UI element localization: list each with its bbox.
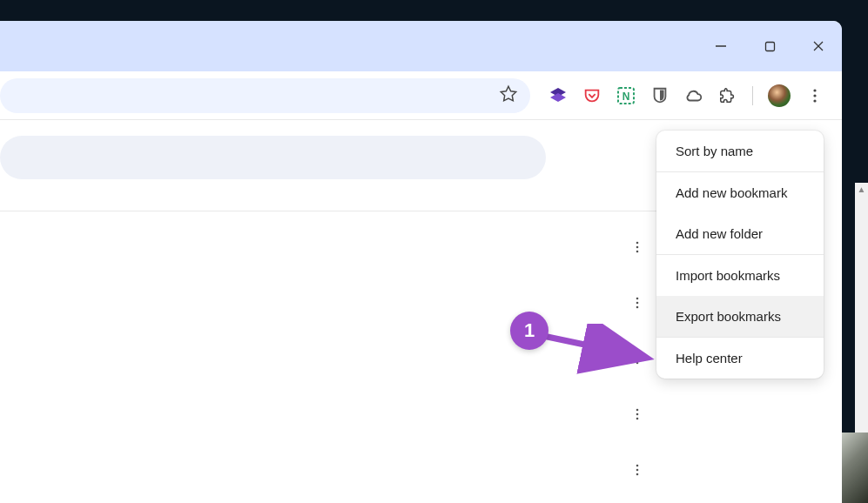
extension-pocket-button[interactable] — [582, 86, 602, 105]
more-vertical-icon — [630, 296, 644, 310]
extensions-puzzle-icon — [718, 86, 737, 105]
notion-clipper-icon: N — [616, 86, 636, 105]
svg-point-12 — [636, 298, 639, 300]
svg-point-6 — [813, 89, 816, 91]
svg-point-15 — [636, 353, 639, 356]
svg-point-22 — [636, 469, 639, 472]
minimize-icon — [715, 40, 727, 52]
svg-point-14 — [636, 306, 639, 309]
more-vertical-icon — [630, 352, 644, 366]
extension-layers-button[interactable] — [548, 86, 568, 105]
star-icon — [499, 84, 518, 104]
svg-point-16 — [636, 358, 639, 360]
pocket-icon — [582, 86, 602, 105]
more-vertical-icon — [630, 463, 644, 477]
svg-rect-1 — [765, 42, 774, 50]
menu-item-sort-by-name[interactable]: Sort by name — [656, 131, 824, 171]
minimize-button[interactable] — [708, 33, 734, 59]
svg-point-19 — [636, 413, 639, 416]
maximize-button[interactable] — [757, 33, 783, 59]
bookmark-row-menu-button[interactable] — [629, 350, 646, 367]
svg-point-10 — [636, 246, 639, 249]
bookmark-row-menu-button[interactable] — [629, 294, 646, 312]
menu-item-add-new-bookmark[interactable]: Add new bookmark — [656, 172, 824, 213]
toolbar-separator — [752, 86, 753, 105]
browser-toolbar: N — [0, 71, 842, 120]
close-button[interactable] — [805, 33, 831, 59]
svg-point-13 — [636, 302, 639, 305]
menu-item-add-new-folder[interactable]: Add new folder — [656, 213, 824, 254]
maximize-icon — [764, 41, 776, 52]
layers-purple-icon — [548, 86, 568, 105]
svg-point-9 — [636, 242, 639, 245]
svg-point-18 — [636, 409, 639, 412]
svg-point-8 — [813, 99, 816, 102]
tab-strip — [0, 21, 842, 71]
address-bar[interactable] — [0, 78, 530, 113]
menu-item-help-center[interactable]: Help center — [656, 338, 824, 379]
bookmarks-search-input[interactable] — [0, 136, 546, 179]
cloud-icon — [684, 86, 703, 105]
chrome-menu-button[interactable] — [805, 86, 824, 105]
content-divider — [0, 211, 662, 211]
extension-cloud-button[interactable] — [684, 86, 703, 105]
bookmark-star-button[interactable] — [499, 84, 518, 107]
menu-item-import-bookmarks[interactable]: Import bookmarks — [656, 255, 824, 296]
bookmark-row-menu-button[interactable] — [629, 238, 646, 256]
more-vertical-icon — [630, 240, 644, 254]
more-vertical-icon — [630, 407, 644, 421]
bitwarden-icon — [650, 86, 670, 105]
extensions-button[interactable] — [718, 86, 737, 105]
desktop-wallpaper-sliver — [842, 433, 868, 503]
extension-bitwarden-button[interactable] — [650, 86, 670, 105]
profile-avatar-button[interactable] — [768, 84, 791, 107]
svg-text:N: N — [622, 91, 630, 103]
svg-point-11 — [636, 251, 639, 253]
svg-point-7 — [813, 94, 816, 97]
annotation-step-badge: 1 — [510, 312, 548, 350]
svg-point-20 — [636, 418, 639, 420]
bookmark-row-menu-button[interactable] — [629, 461, 646, 479]
more-vertical-icon — [807, 88, 823, 104]
scroll-up-button[interactable]: ▲ — [855, 183, 868, 196]
bookmark-rows-menu-column — [629, 238, 646, 479]
bookmarks-context-menu: Sort by name Add new bookmark Add new fo… — [656, 131, 824, 379]
close-icon — [812, 40, 824, 52]
svg-point-21 — [636, 465, 639, 467]
svg-point-23 — [636, 473, 639, 476]
menu-item-export-bookmarks[interactable]: Export bookmarks — [656, 296, 824, 337]
extension-notion-button[interactable]: N — [616, 86, 636, 105]
svg-point-17 — [636, 362, 639, 365]
bookmark-row-menu-button[interactable] — [629, 406, 646, 423]
